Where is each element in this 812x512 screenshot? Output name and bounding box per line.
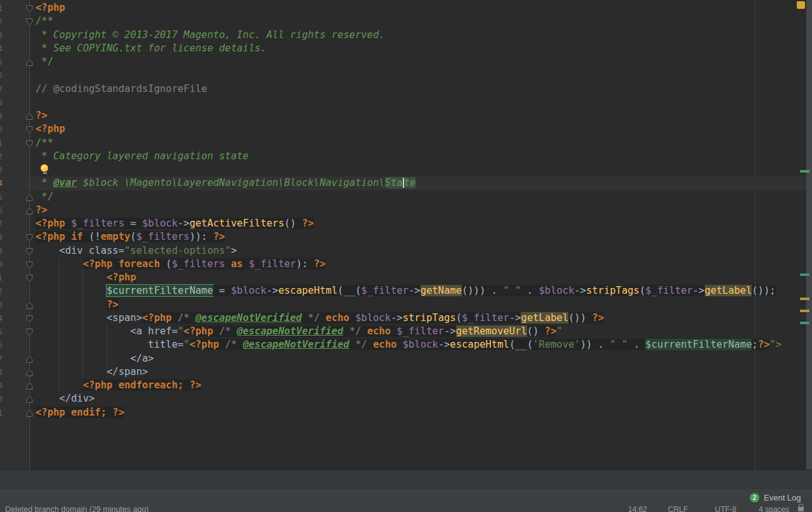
lock-icon[interactable] [798, 504, 806, 512]
fold-end-icon[interactable] [25, 355, 34, 363]
code-token: endforeach; [119, 379, 190, 391]
code-token: getRemoveUrl [456, 325, 527, 337]
scrollbar-track[interactable] [806, 0, 812, 470]
code-token: (__( [337, 285, 361, 296]
code-token: (! [83, 231, 101, 242]
code-line: <?php if (!empty($_filters)): ?> [0, 230, 812, 244]
encoding-widget[interactable]: UTF-8 [715, 505, 737, 512]
inspection-indicator-icon[interactable] [797, 1, 805, 9]
code-token: ?> [112, 407, 124, 418]
code-token: * [36, 177, 53, 188]
code-token: </div> [59, 393, 95, 404]
fold-end-icon[interactable] [25, 112, 34, 120]
event-log-button[interactable]: 2 Event Log [750, 493, 801, 502]
code-token: $currentFilterName [645, 339, 752, 350]
code-token: * [36, 43, 53, 54]
code-token [112, 258, 118, 270]
code-token: <?php [36, 123, 65, 135]
fold-end-icon[interactable] [25, 381, 34, 390]
code-token: <div class= [59, 245, 124, 256]
code-token: @escapeNotVerified [195, 312, 302, 324]
code-token: -> [266, 285, 278, 296]
code-token: " [183, 339, 189, 350]
fold-start-icon[interactable] [25, 125, 34, 133]
code-token: $_filter [361, 285, 409, 296]
code-token: . [627, 339, 645, 350]
code-token: * [36, 150, 53, 162]
code-token: See COPYING.txt for license details. [53, 43, 266, 54]
code-token: <?php [83, 379, 113, 391]
code-line [0, 69, 812, 82]
line-separator-widget[interactable]: CRLF [668, 505, 688, 512]
code-token: /** [36, 137, 53, 148]
stripe-mark[interactable] [800, 273, 809, 276]
code-line: /** [0, 136, 812, 150]
fold-end-icon[interactable] [25, 58, 34, 66]
fold-end-icon[interactable] [25, 206, 34, 214]
code-token: te [404, 177, 416, 188]
folding-column[interactable] [0, 1, 35, 470]
fold-start-icon[interactable] [25, 233, 34, 241]
caret-position-widget[interactable]: 14:62 [628, 505, 647, 512]
fold-start-icon[interactable] [25, 314, 34, 322]
code-token: -> [444, 325, 456, 337]
code-token: <?php [36, 231, 65, 242]
code-token: ( [639, 285, 645, 296]
code-token: $block [355, 312, 391, 324]
stripe-mark[interactable] [800, 310, 809, 312]
stripe-mark[interactable] [800, 298, 809, 300]
fold-start-icon[interactable] [25, 4, 34, 12]
code-line: // @codingStandardsIgnoreFile [0, 82, 812, 96]
fold-start-icon[interactable] [25, 327, 34, 336]
fold-end-icon[interactable] [25, 368, 34, 376]
code-token: @var [53, 177, 77, 188]
code-token: escapeHtml [278, 285, 337, 296]
code-token: @escapeNotVerified [243, 339, 350, 350]
indent-widget[interactable]: 4 spaces [759, 505, 789, 512]
code-token [36, 245, 59, 256]
fold-start-icon[interactable] [25, 260, 34, 268]
stripe-mark[interactable] [800, 170, 809, 173]
code-line: </span> [0, 365, 812, 379]
code-line: * @var $block \Magento\LayeredNavigation… [0, 176, 812, 190]
code-token: /* [219, 339, 242, 350]
stripe-mark[interactable] [800, 322, 809, 324]
fold-start-icon[interactable] [25, 139, 34, 147]
code-line: title="<?php /* @escapeNotVerified */ ec… [0, 338, 812, 351]
code-token: $_filter [249, 258, 296, 270]
code-token: ())) . [462, 285, 503, 296]
code-token: $block [403, 339, 438, 350]
fold-start-icon[interactable] [25, 273, 34, 282]
code-token [36, 258, 83, 270]
code-token [36, 312, 107, 324]
code-line: <?php $_filters = $block->getActiveFilte… [0, 217, 812, 230]
code-token: ?> [302, 218, 314, 229]
fold-start-icon[interactable] [25, 247, 34, 255]
code-token: /** [36, 15, 53, 27]
code-line [0, 163, 812, 176]
code-line: <?php [0, 122, 812, 136]
code-token: -> [178, 218, 190, 229]
code-token: getLabel [521, 312, 568, 324]
fold-start-icon[interactable] [25, 17, 34, 25]
code-token: echo [325, 312, 349, 324]
code-token: ()) [568, 312, 592, 324]
code-token: echo [367, 325, 391, 337]
fold-end-icon[interactable] [25, 193, 34, 201]
code-token [36, 272, 107, 283]
intention-bulb-icon[interactable] [41, 164, 49, 175]
code-line: <span><?php /* @escapeNotVerified */ ech… [0, 312, 812, 325]
fold-end-icon[interactable] [25, 301, 34, 309]
code-token: if [71, 231, 83, 242]
code-token: = [213, 285, 231, 296]
code-token: > [231, 245, 237, 256]
code-token: title= [148, 339, 183, 350]
code-token: $_filters [136, 231, 190, 242]
code-editor[interactable]: <?php/** * Copyright © 2013-2017 Magento… [0, 0, 812, 470]
code-token: " " [610, 339, 627, 350]
fold-end-icon[interactable] [25, 409, 34, 417]
code-line: * Copyright © 2013-2017 Magento, Inc. Al… [0, 29, 812, 42]
fold-end-icon[interactable] [25, 395, 34, 403]
code-token: $block [539, 285, 574, 296]
code-line: ?> [0, 204, 812, 217]
